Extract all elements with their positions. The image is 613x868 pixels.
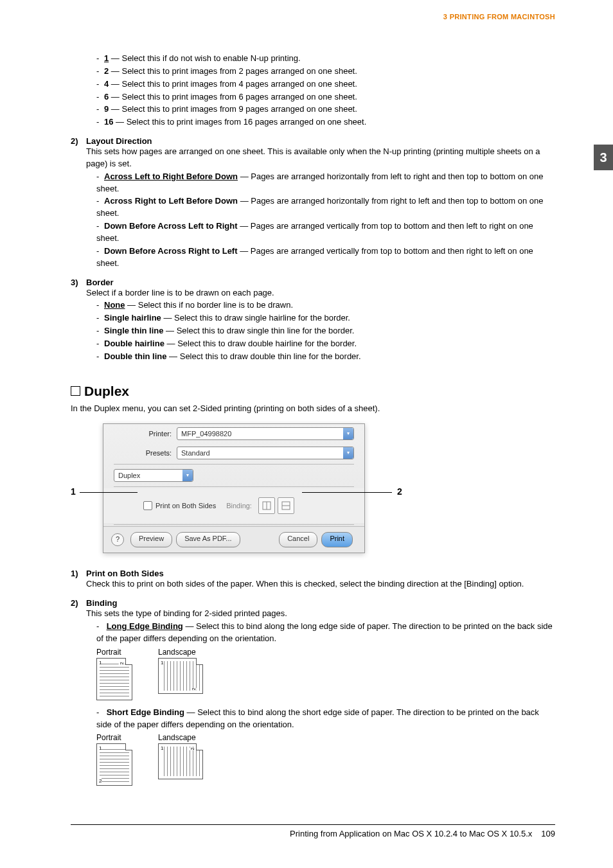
list-item: -Single hairline — Select this to draw s… (96, 312, 555, 324)
printer-select[interactable]: MFP_04998820▾ (177, 427, 354, 440)
layout-direction-list: -Across Left to Right Before Down — Page… (71, 171, 555, 270)
binding-short-edge-icon[interactable] (278, 497, 294, 514)
dropdown-arrow-icon: ▾ (343, 428, 353, 439)
binding-section: 2)Binding This sets the type of binding … (71, 598, 555, 786)
chapter-tab: 3 (594, 145, 613, 170)
list-item: -9 — Select this to print images from 9 … (96, 103, 555, 116)
list-item: -Across Right to Left Before Down — Page… (96, 195, 555, 220)
list-item: -Down Before Across Right to Left — Page… (96, 245, 555, 270)
dropdown-arrow-icon: ▾ (182, 470, 193, 481)
list-item: -Double thin line — Select this to draw … (96, 351, 555, 363)
dialog-figure: 1 2 Printer: MFP_04998820▾ Presets: Stan… (103, 423, 555, 553)
list-item: -Down Before Across Left to Right — Page… (96, 220, 555, 245)
list-item: -4 — Select this to print images from 4 … (96, 78, 555, 91)
print-both-sides-checkbox[interactable] (143, 501, 152, 510)
callout-1: 1 (71, 486, 76, 497)
binding-label: Binding: (226, 502, 252, 509)
list-item: -Single thin line — Select this to draw … (96, 325, 555, 337)
dropdown-arrow-icon: ▾ (343, 447, 353, 459)
print-both-sides-label: Print on Both Sides (155, 502, 216, 509)
long-edge-landscape-icon: 12 (158, 658, 203, 694)
border-list: -None — Select this if no border line is… (71, 299, 555, 362)
long-edge-portrait-icon: 12 (96, 658, 132, 700)
callout-2: 2 (397, 486, 402, 497)
duplex-intro: In the Duplex menu, you can set 2-Sided … (71, 403, 555, 415)
help-button[interactable]: ? (111, 533, 124, 546)
list-item: -16 — Select this to print images from 1… (96, 116, 555, 128)
duplex-heading: Duplex (71, 384, 555, 399)
page-footer: Printing from Application on Mac OS X 10… (71, 824, 555, 838)
list-item: -None — Select this if no border line is… (96, 299, 555, 312)
print-both-sides-section: 1)Print on Both Sides Check this to prin… (71, 569, 555, 590)
print-button[interactable]: Print (321, 532, 353, 547)
header-breadcrumb: 3 PRINTING FROM MACINTOSH (71, 13, 555, 21)
presets-label: Presets: (114, 449, 177, 457)
save-as-pdf-button[interactable]: Save As PDF... (176, 532, 240, 547)
list-item: -2 — Select this to print images from 2 … (96, 66, 555, 78)
page-container: 3 PRINTING FROM MACINTOSH 3 -1 — Select … (0, 0, 613, 864)
border-section: 3)Border Select if a border line is to b… (71, 278, 555, 363)
preview-button[interactable]: Preview (130, 532, 172, 547)
pane-select[interactable]: Duplex▾ (114, 469, 193, 482)
presets-select[interactable]: Standard▾ (177, 447, 354, 459)
list-item: -1 — Select this if do not wish to enabl… (96, 53, 555, 65)
layout-direction-section: 2)Layout Direction This sets how pages a… (71, 136, 555, 269)
nup-option-list: -1 — Select this if do not wish to enabl… (71, 53, 555, 128)
short-edge-orientation-figures: Portrait 12 Landscape 12 (96, 733, 555, 786)
short-edge-landscape-icon: 12 (158, 743, 203, 779)
long-edge-binding-item: - Long Edge Binding — Select this to bin… (96, 621, 555, 645)
list-item: -Across Left to Right Before Down — Page… (96, 171, 555, 195)
print-dialog: Printer: MFP_04998820▾ Presets: Standard… (103, 423, 365, 553)
short-edge-portrait-icon: 12 (96, 743, 132, 786)
cancel-button[interactable]: Cancel (279, 532, 317, 547)
list-item: -6 — Select this to print images from 6 … (96, 91, 555, 103)
long-edge-orientation-figures: Portrait 12 Landscape 12 (96, 648, 555, 700)
binding-long-edge-icon[interactable] (258, 497, 275, 514)
short-edge-binding-item: - Short Edge Binding — Select this to bi… (96, 707, 555, 731)
list-item: -Double hairline — Select this to draw d… (96, 338, 555, 350)
printer-label: Printer: (114, 430, 177, 438)
